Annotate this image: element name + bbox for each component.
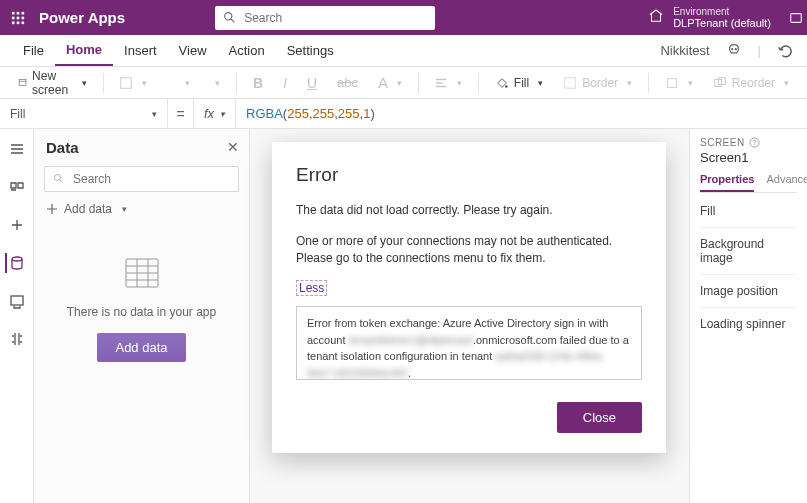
svg-rect-0 — [11, 11, 14, 14]
svg-rect-6 — [11, 21, 14, 24]
svg-rect-1 — [16, 11, 19, 14]
close-button[interactable]: Close — [557, 402, 642, 433]
environment-name: DLPTenant (default) — [673, 17, 771, 29]
new-screen-icon — [18, 76, 27, 90]
environment-picker[interactable]: Environment DLPTenant (default) — [647, 6, 785, 29]
menu-action[interactable]: Action — [218, 35, 276, 66]
fill-button[interactable]: Fill▾ — [487, 71, 551, 95]
svg-point-17 — [505, 85, 508, 88]
svg-rect-7 — [16, 21, 19, 24]
reorder-button: Reorder▾ — [705, 71, 797, 95]
dialog-title: Error — [296, 164, 642, 186]
svg-rect-22 — [11, 296, 23, 305]
undo-icon[interactable] — [775, 41, 795, 61]
add-data-link[interactable]: Add data ▾ — [44, 200, 239, 218]
table-icon — [125, 258, 159, 291]
tab-advanced[interactable]: Advanced — [766, 173, 807, 192]
svg-rect-2 — [21, 11, 24, 14]
rail-insert-icon[interactable] — [7, 177, 27, 197]
search-icon — [53, 173, 65, 185]
fx-button[interactable]: fx▾ — [194, 99, 236, 128]
align-button: ▾ — [426, 71, 470, 95]
menu-bar: File Home Insert View Action Settings Ni… — [0, 35, 807, 67]
svg-line-24 — [60, 180, 63, 183]
close-icon[interactable]: ✕ — [227, 139, 239, 155]
font-color-button: A▾ — [370, 71, 410, 95]
global-search[interactable] — [215, 6, 435, 30]
data-search-input[interactable] — [71, 171, 230, 187]
app-checker-icon[interactable] — [724, 41, 744, 61]
italic-button: I — [275, 71, 295, 95]
menu-view[interactable]: View — [168, 35, 218, 66]
equals-cell: = — [168, 99, 194, 128]
formula-input[interactable]: RGBA(255, 255, 255, 1) — [236, 99, 807, 128]
theme-button: ▾ — [111, 71, 155, 95]
search-icon — [223, 11, 236, 24]
svg-rect-16 — [121, 77, 132, 88]
data-panel-title: Data — [46, 139, 239, 156]
data-panel: Data ✕ Add data ▾ There is no data in yo… — [34, 129, 250, 503]
svg-point-13 — [735, 48, 736, 49]
menu-insert[interactable]: Insert — [113, 35, 168, 66]
rail-data-icon[interactable] — [5, 253, 27, 273]
tab-properties[interactable]: Properties — [700, 173, 754, 192]
svg-rect-11 — [791, 13, 802, 22]
environment-label: Environment — [673, 6, 771, 17]
error-details[interactable]: Error from token exchange: Azure Active … — [296, 306, 642, 380]
rail-media-icon[interactable] — [7, 291, 27, 311]
svg-point-9 — [225, 13, 232, 20]
menu-file[interactable]: File — [12, 35, 55, 66]
info-icon[interactable]: ? — [749, 137, 760, 148]
svg-line-10 — [231, 19, 234, 22]
prop-background-image[interactable]: Background image — [700, 228, 797, 275]
title-bar: Power Apps Environment DLPTenant (defaul… — [0, 0, 807, 35]
prop-tabs: Properties Advanced — [700, 173, 797, 193]
rail-tools-icon[interactable] — [7, 329, 27, 349]
svg-point-23 — [55, 175, 61, 181]
font-picker: ▾ — [159, 71, 198, 95]
menu-settings[interactable]: Settings — [276, 35, 345, 66]
menu-home[interactable]: Home — [55, 35, 113, 66]
svg-rect-4 — [16, 16, 19, 19]
screen-label: SCREEN ? — [700, 137, 797, 148]
bold-button: B — [245, 71, 271, 95]
rail-tree-icon[interactable] — [7, 139, 27, 159]
prop-loading-spinner[interactable]: Loading spinner — [700, 308, 797, 340]
chevron-down-icon: ▾ — [122, 204, 127, 214]
align-items-button: ▾ — [657, 71, 701, 95]
chevron-down-icon: ▾ — [82, 78, 87, 88]
app-title: Power Apps — [35, 9, 125, 26]
waffle-icon[interactable] — [0, 0, 35, 35]
underline-button: U — [299, 71, 325, 95]
toggle-details-link[interactable]: Less — [296, 280, 327, 296]
rail-add-icon[interactable] — [7, 215, 27, 235]
properties-panel: SCREEN ? Screen1 Properties Advanced Fil… — [689, 129, 807, 503]
notification-icon[interactable] — [785, 11, 807, 25]
user-name: Nikkitest — [660, 43, 709, 58]
dialog-line2: One or more of your connections may not … — [296, 233, 642, 267]
new-screen-button[interactable]: New screen ▾ — [10, 71, 95, 95]
empty-state: There is no data in your app Add data — [44, 258, 239, 362]
global-search-input[interactable] — [242, 10, 427, 26]
error-dialog: Error The data did not load correctly. P… — [272, 142, 666, 453]
empty-message: There is no data in your app — [67, 305, 216, 319]
svg-point-21 — [12, 257, 22, 261]
formula-bar: Fill ▾ = fx▾ RGBA(255, 255, 255, 1) — [0, 99, 807, 129]
prop-image-position[interactable]: Image position — [700, 275, 797, 308]
strike-button: abc — [329, 71, 366, 95]
property-selector[interactable]: Fill ▾ — [0, 99, 168, 128]
dialog-line1: The data did not load correctly. Please … — [296, 202, 642, 219]
font-size: ▾ — [202, 71, 228, 95]
prop-fill[interactable]: Fill — [700, 195, 797, 228]
svg-point-12 — [731, 48, 732, 49]
environment-icon — [647, 7, 665, 28]
svg-text:?: ? — [752, 138, 757, 147]
add-data-button[interactable]: Add data — [97, 333, 185, 362]
redacted-account: tenantAdmin1@dlptenant — [349, 334, 473, 346]
plus-icon — [46, 203, 58, 215]
screen-name: Screen1 — [700, 150, 797, 165]
chevron-down-icon: ▾ — [152, 109, 157, 119]
fill-icon — [495, 76, 509, 90]
left-rail — [0, 129, 34, 503]
data-search[interactable] — [44, 166, 239, 192]
